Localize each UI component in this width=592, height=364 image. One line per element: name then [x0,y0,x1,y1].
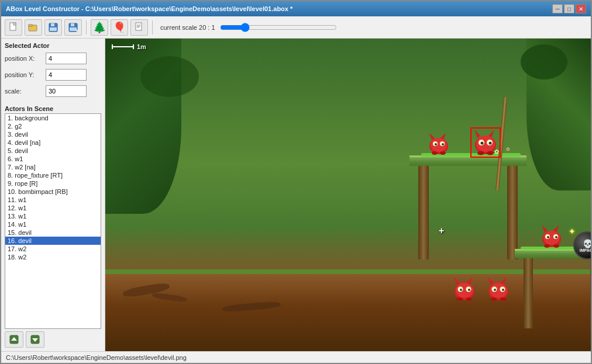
list-item[interactable]: 17. w2 [5,245,101,253]
svg-point-29 [442,143,444,145]
flower-2: ✿ [506,147,510,152]
actors-list[interactable]: 1. background2. g23. devil4. devil [na]5… [5,113,101,329]
devil-1[interactable] [426,131,452,157]
list-item[interactable]: 12. w1 [5,204,101,212]
root-3 [222,301,281,313]
position-y-input[interactable] [46,69,87,81]
list-item[interactable]: 2. g2 [5,122,101,130]
title-bar: ABox Level Constructor - C:\Users\Robert… [1,1,591,16]
svg-marker-52 [488,277,494,285]
list-item[interactable]: 13. w1 [5,212,101,220]
canvas-area[interactable]: 1m + [105,39,591,351]
foliage-left-mid [140,56,199,97]
status-bar: C:\Users\Robert\workspace\EngineDemo\ass… [1,351,591,363]
svg-point-48 [460,289,462,291]
scale-row: scale: [5,85,101,97]
toolbar-separator-1 [86,20,87,34]
list-item[interactable]: 14. w1 [5,220,101,228]
list-item[interactable]: 9. rope [R] [5,179,101,188]
close-button[interactable]: ✕ [576,4,586,13]
save-button[interactable] [44,19,62,36]
balloon-button[interactable]: 🎈 [111,19,128,36]
list-item[interactable]: 7. w2 [na] [5,163,101,171]
svg-point-50 [457,297,463,301]
content-area: Selected Actor position X: position Y: s… [1,39,591,351]
list-item[interactable]: 3. devil [5,130,101,138]
skull-icon-1: 💀 [583,239,591,248]
svg-marker-32 [474,130,480,138]
list-item[interactable]: 11. w1 [5,196,101,204]
position-y-label: position Y: [5,71,46,78]
svg-marker-42 [454,277,460,285]
list-item[interactable]: 1. background [5,114,101,122]
svg-point-28 [435,143,437,145]
actors-label: Actors In Scene [5,105,101,112]
minimize-button[interactable]: ─ [552,4,563,13]
svg-point-59 [502,289,504,291]
selected-actor-label: Selected Actor [5,42,101,49]
position-x-label: position X: [5,55,46,62]
window-controls: ─ □ ✕ [552,4,586,13]
list-item[interactable]: 10. bombimpact [RB] [5,188,101,196]
position-x-input[interactable] [46,53,87,64]
up-arrow-icon [9,335,19,344]
toolbar: + 🌲 🎈 current scale 20 : 1 [1,16,591,39]
svg-rect-5 [51,23,54,26]
svg-point-38 [481,142,484,145]
saveas-icon: + [68,22,78,33]
svg-point-68 [547,236,549,238]
actors-section: Actors In Scene 1. background2. g23. dev… [5,105,101,348]
game-canvas: 1m + [105,39,591,351]
toolbar-separator-2 [152,20,153,34]
svg-point-40 [477,151,484,155]
post-upper-right [507,166,518,259]
svg-point-71 [553,244,559,248]
tree-button[interactable]: 🌲 [91,19,108,36]
sparkle-1: ✦ [569,227,576,236]
svg-rect-3 [29,25,32,26]
devil-3[interactable] [450,275,479,303]
window-title: ABox Level Constructor - C:\Users\Robert… [6,5,292,12]
saveas-button[interactable]: + [64,19,82,36]
svg-point-30 [432,151,438,155]
open-button[interactable] [25,19,42,36]
new-button[interactable] [5,19,22,36]
svg-point-41 [487,151,494,155]
scale-input[interactable] [46,85,87,97]
svg-point-49 [468,289,470,291]
list-item[interactable]: 8. rope_fixture [RT] [5,171,101,179]
svg-marker-62 [542,225,548,233]
status-path: C:\Users\Robert\workspace\EngineDemo\ass… [6,354,187,361]
maximize-button[interactable]: □ [564,4,574,13]
list-item[interactable]: 16. devil [5,237,101,245]
scale-label: current scale 20 : 1 [160,24,215,31]
post-upper-left [418,166,429,259]
foliage-right-top [521,44,567,79]
move-down-button[interactable] [26,331,44,348]
list-item[interactable]: 6. w1 [5,155,101,163]
svg-point-69 [555,236,557,238]
scale-slider[interactable] [220,23,337,32]
new-icon [8,22,19,33]
save-icon [48,22,58,33]
list-item[interactable]: 4. devil [na] [5,138,101,147]
svg-point-58 [494,289,496,291]
svg-point-51 [466,297,473,301]
move-up-button[interactable] [5,331,23,348]
main-window: ABox Level Constructor - C:\Users\Robert… [0,0,592,364]
list-item[interactable]: 18. w2 [5,253,101,261]
ground [105,269,591,351]
svg-point-70 [544,244,550,248]
svg-text:+: + [75,28,78,33]
ruler-icon [111,42,135,51]
list-item[interactable]: 15. devil [5,228,101,237]
position-y-row: position Y: [5,69,101,81]
down-arrow-icon [30,335,40,344]
svg-point-39 [489,142,492,145]
left-panel: Selected Actor position X: position Y: s… [1,39,105,351]
list-item[interactable]: 5. devil [5,147,101,155]
root-2 [152,292,188,303]
devil-4[interactable] [484,275,512,303]
document-button[interactable] [130,19,148,36]
devil-5[interactable] [538,223,565,250]
